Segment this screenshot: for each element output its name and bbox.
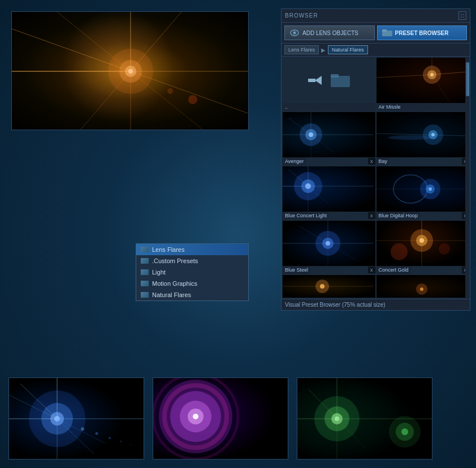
preset-label-back: .. <box>283 103 375 111</box>
preset-grid: .. Air Missle <box>282 57 470 299</box>
folder-back-icon <box>331 73 350 88</box>
preset-label-avenger: Avenger <box>283 157 306 165</box>
lens-icon <box>289 29 300 37</box>
svg-point-74 <box>439 243 450 255</box>
svg-line-31 <box>432 75 450 103</box>
preset-item-blue-digital[interactable]: Blue Digital Hoop x <box>377 166 469 220</box>
blue-steel-flare <box>283 221 375 266</box>
preset-item-air-missile[interactable]: Air Missle <box>377 58 469 111</box>
scrollbar[interactable] <box>465 57 470 299</box>
context-item-motion-graphics[interactable]: Motion Graphics <box>136 278 248 289</box>
air-missile-flare <box>377 58 469 103</box>
preset-x-blue-steel[interactable]: x <box>368 267 375 273</box>
preset-thumb-bay <box>377 112 469 157</box>
folder-icon <box>382 29 392 37</box>
preview-purple-flare <box>153 378 288 459</box>
preset-thumb-blue-concert <box>283 166 375 212</box>
breadcrumb-bar: Lens Flares ▶ Natural Flares <box>282 44 470 57</box>
svg-point-95 <box>109 437 111 439</box>
browser-title: BROWSER <box>285 12 318 19</box>
partial2-flare <box>377 275 469 298</box>
preview-green-flare-svg <box>297 378 432 459</box>
svg-rect-24 <box>331 74 339 78</box>
preset-label-blue-steel: Blue Steel <box>283 266 310 274</box>
preset-item-blue-concert[interactable]: Blue Concert Light x <box>283 166 375 220</box>
browser-footer: Visual Preset Browser (75% actual size) <box>282 299 470 310</box>
context-menu: Lens Flares .Custom Presets Light Motion… <box>136 243 249 301</box>
avenger-flare <box>283 112 375 157</box>
context-item-custom-presets[interactable]: .Custom Presets <box>136 255 248 267</box>
partial1-flare <box>283 275 375 298</box>
preset-item-partial2[interactable] <box>377 275 469 298</box>
bay-flare <box>377 112 469 157</box>
preset-thumb-avenger <box>283 112 375 157</box>
preset-thumb-partial2 <box>377 275 469 298</box>
breadcrumb-lens-flares[interactable]: Lens Flares <box>284 45 319 54</box>
svg-point-14 <box>188 95 197 104</box>
preset-thumb-back <box>283 58 375 103</box>
preset-label-blue-digital: Blue Digital Hoop <box>377 212 421 220</box>
svg-point-43 <box>388 135 433 140</box>
concert-gold-flare <box>377 221 469 266</box>
preset-item-concert-gold[interactable]: Concert Gold x <box>377 221 469 274</box>
context-icon-lens-flares <box>141 247 149 252</box>
preset-x-blue-concert[interactable]: x <box>368 212 375 219</box>
svg-point-103 <box>193 414 198 419</box>
breadcrumb-separator: ▶ <box>321 47 326 53</box>
preview-purple-lens <box>153 377 288 460</box>
svg-point-96 <box>120 441 122 443</box>
preset-item-avenger[interactable]: Avenger x <box>283 112 375 165</box>
context-icon-light <box>141 269 149 275</box>
browser-panel: BROWSER □ ADD LENS OBJECTS PRESET BROWSE… <box>281 8 470 311</box>
preset-grid-container: .. Air Missle <box>282 57 470 299</box>
preset-label-air-missile: Air Missle <box>377 103 469 111</box>
context-icon-custom-presets <box>141 258 149 264</box>
preset-item-back[interactable]: .. <box>283 58 375 111</box>
svg-rect-20 <box>382 29 387 32</box>
main-preview-canvas <box>12 12 248 130</box>
svg-point-18 <box>294 32 296 34</box>
blue-concert-flare <box>283 166 375 212</box>
browser-restore-button[interactable]: □ <box>458 11 466 20</box>
preset-thumb-blue-digital <box>377 166 469 212</box>
preview-green-flare <box>297 377 432 460</box>
svg-point-119 <box>389 416 421 448</box>
browser-header: BROWSER □ <box>282 9 470 23</box>
preset-item-partial1[interactable] <box>283 275 375 298</box>
svg-line-44 <box>377 134 467 136</box>
main-preview <box>11 11 249 130</box>
bottom-previews <box>8 377 432 460</box>
context-icon-motion-graphics <box>141 281 149 286</box>
context-label-natural-flares: Natural Flares <box>152 291 191 298</box>
context-label-custom-presets: .Custom Presets <box>152 257 198 264</box>
preset-x-avenger[interactable]: x <box>368 158 375 165</box>
preset-label-concert-gold: Concert Gold <box>377 266 411 274</box>
context-item-light[interactable]: Light <box>136 267 248 278</box>
blue-digital-flare <box>377 166 469 212</box>
scrollbar-thumb[interactable] <box>466 62 469 96</box>
context-label-lens-flares: Lens Flares <box>152 246 184 253</box>
back-arrow-icon <box>308 74 325 87</box>
preset-browser-button[interactable]: PRESET BROWSER <box>377 25 468 40</box>
preset-item-blue-steel[interactable]: Blue Steel x <box>283 221 375 274</box>
preset-thumb-partial1 <box>283 275 375 298</box>
context-item-natural-flares[interactable]: Natural Flares <box>136 289 248 300</box>
preset-label-blue-concert: Blue Concert Light <box>283 212 329 220</box>
context-item-lens-flares[interactable]: Lens Flares <box>136 244 248 255</box>
breadcrumb-natural-flares[interactable]: Natural Flares <box>328 45 368 54</box>
context-icon-natural-flares <box>141 292 149 298</box>
svg-point-94 <box>96 432 98 435</box>
add-lens-objects-button[interactable]: ADD LENS OBJECTS <box>284 25 375 40</box>
context-label-light: Light <box>152 269 166 276</box>
preset-label-bay: Bay <box>377 157 390 165</box>
preset-item-bay[interactable]: Bay x <box>377 112 469 165</box>
preview-blue-star <box>8 377 144 460</box>
preset-thumb-concert-gold <box>377 221 469 266</box>
preset-thumb-air-missile <box>377 58 469 103</box>
svg-point-97 <box>130 444 131 445</box>
browser-toolbar: ADD LENS OBJECTS PRESET BROWSER <box>282 23 470 44</box>
preview-blue-star-flare <box>9 378 144 459</box>
svg-point-79 <box>416 284 427 295</box>
svg-point-93 <box>81 427 84 431</box>
preset-thumb-blue-steel <box>283 221 375 266</box>
